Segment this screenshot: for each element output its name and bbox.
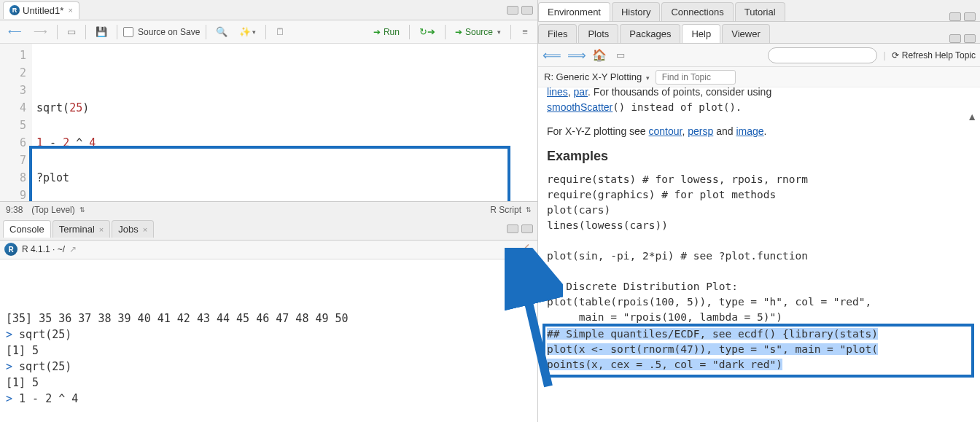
back-button[interactable]: ⟵ — [4, 24, 26, 40]
tab-history[interactable]: History — [612, 2, 660, 21]
minimize-pane-button[interactable] — [507, 6, 518, 15]
find-button[interactable]: 🔍 — [212, 24, 231, 40]
help-popout-button[interactable]: ▭ — [612, 47, 629, 63]
tab-plots[interactable]: Plots — [578, 24, 618, 43]
console-tab[interactable]: Console — [3, 220, 51, 238]
code-editor[interactable]: 123456789 sqrt(25) 1 - 2 ^ 4 ?plot ## Si… — [0, 44, 537, 201]
refresh-help-button[interactable]: ⟳ Refresh Help Topic — [892, 50, 976, 60]
maximize-pane-button[interactable] — [521, 6, 533, 15]
console-header: R R 4.1.1 · ~/ ↗ 🧹 — [0, 241, 537, 259]
chevron-down-icon[interactable]: ▾ — [646, 74, 650, 82]
environment-tabbar: EnvironmentHistoryConnectionsTutorial — [538, 0, 980, 22]
home-icon[interactable]: 🏠 — [592, 48, 607, 62]
maximize-env-button[interactable] — [964, 12, 976, 21]
help-back-button[interactable]: ⟸ — [542, 47, 561, 63]
source-on-save-checkbox[interactable] — [123, 27, 133, 37]
r-file-icon: R — [9, 5, 20, 15]
forward-button[interactable]: ⟶ — [30, 24, 51, 40]
r-logo-icon: R — [4, 243, 18, 256]
console-output[interactable]: ▲ [35] 35 36 37 38 39 40 41 42 43 44 45 … — [0, 259, 537, 423]
help-search-input[interactable] — [768, 47, 877, 63]
refresh-icon: ⟳ — [892, 50, 899, 60]
source-button[interactable]: ➔Source▾ — [451, 24, 505, 40]
save-button[interactable]: 💾 — [92, 24, 111, 40]
link-persp[interactable]: persp — [688, 125, 713, 137]
console-tabbar: Console Terminal× Jobs× — [0, 219, 537, 241]
maximize-console-button[interactable] — [521, 224, 533, 233]
console-popout-icon[interactable]: ↗ — [69, 244, 77, 254]
wand-button[interactable]: ✨ ▾ — [236, 24, 260, 40]
source-on-save-label: Source on Save — [138, 27, 200, 37]
link-par[interactable]: par — [574, 87, 588, 98]
link-smoothscatter[interactable]: smoothScatter — [547, 101, 612, 113]
link-lines[interactable]: lines — [547, 87, 568, 98]
tab-tutorial[interactable]: Tutorial — [735, 2, 785, 21]
link-contour[interactable]: contour — [649, 125, 682, 137]
files-tabbar: FilesPlotsPackagesHelpViewer — [538, 22, 980, 44]
tab-environment[interactable]: Environment — [538, 2, 610, 21]
help-toolbar: ⟸ ⟹ 🏠 ▭ 🔍 | ⟳ Refresh Help Topic — [538, 44, 980, 67]
r-version-label: R 4.1.1 · ~/ — [22, 244, 65, 254]
outline-button[interactable]: ≡ — [517, 24, 533, 40]
scroll-up-icon[interactable]: ▲ — [967, 109, 977, 125]
source-toolbar: ⟵ ⟶ ▭ 💾 Source on Save 🔍 ✨ ▾ 🗒 ➔Run ↻➔ ➔… — [0, 20, 537, 44]
clear-console-button[interactable]: 🧹 — [515, 241, 533, 257]
tab-connections[interactable]: Connections — [661, 2, 733, 21]
link-image[interactable]: image — [736, 125, 763, 137]
minimize-help-button[interactable] — [949, 34, 961, 43]
source-tab-untitled[interactable]: R Untitled1* × — [3, 1, 79, 19]
source-tabbar: R Untitled1* × — [0, 0, 537, 20]
tab-packages[interactable]: Packages — [620, 24, 680, 43]
examples-heading: Examples — [547, 146, 971, 166]
terminal-tab[interactable]: Terminal× — [52, 220, 111, 238]
maximize-help-button[interactable] — [964, 34, 976, 43]
examples-code[interactable]: require(stats) # for lowess, rpois, rnor… — [547, 172, 971, 325]
annotation-box-help — [542, 324, 974, 378]
show-in-new-window-button[interactable]: ▭ — [63, 24, 79, 40]
scroll-up-icon[interactable]: ▲ — [526, 267, 533, 283]
rerun-button[interactable]: ↻➔ — [416, 24, 439, 40]
help-title: R: Generic X-Y Plotting ▾ — [544, 71, 650, 82]
file-type-dropdown[interactable]: R Script⇅ — [490, 205, 532, 215]
cursor-position: 9:38 — [6, 205, 23, 215]
find-in-topic-input[interactable] — [656, 70, 736, 85]
help-content[interactable]: ▲ lines, par. For thousands of points, c… — [538, 87, 980, 422]
close-icon[interactable]: × — [68, 6, 72, 15]
tab-files[interactable]: Files — [538, 24, 577, 43]
help-forward-button[interactable]: ⟹ — [567, 47, 586, 63]
tab-viewer[interactable]: Viewer — [722, 24, 770, 43]
source-statusbar: 9:38 (Top Level)⇅ R Script⇅ — [0, 201, 537, 219]
minimize-env-button[interactable] — [949, 12, 961, 21]
notebook-button[interactable]: 🗒 — [272, 24, 289, 40]
jobs-tab[interactable]: Jobs× — [112, 220, 154, 238]
scope-dropdown[interactable]: (Top Level)⇅ — [31, 205, 85, 215]
source-tab-title: Untitled1* — [23, 5, 63, 16]
tab-help[interactable]: Help — [682, 24, 720, 43]
help-topic-header: R: Generic X-Y Plotting ▾ — [538, 67, 980, 87]
run-button[interactable]: ➔Run — [370, 24, 403, 40]
minimize-console-button[interactable] — [507, 224, 518, 233]
